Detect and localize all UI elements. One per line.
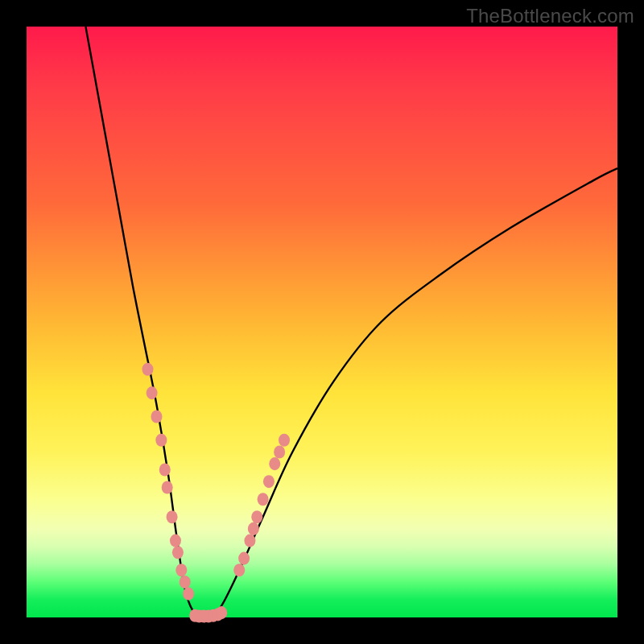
- data-marker: [233, 564, 245, 576]
- bottleneck-curve: [85, 27, 617, 620]
- marker-group-left: [142, 363, 194, 601]
- data-marker: [216, 606, 227, 619]
- data-marker: [244, 535, 255, 547]
- data-marker: [151, 410, 162, 423]
- data-marker: [258, 493, 269, 506]
- data-marker: [279, 434, 290, 447]
- data-marker: [155, 434, 167, 447]
- watermark-text: TheBottleneck.com: [466, 5, 634, 27]
- chart-frame: TheBottleneck.com: [0, 0, 644, 644]
- data-marker: [248, 522, 259, 535]
- data-marker: [274, 445, 285, 458]
- data-marker: [162, 481, 173, 493]
- data-marker: [180, 576, 191, 588]
- data-marker: [238, 552, 250, 565]
- chart-svg: [27, 27, 617, 617]
- data-marker: [269, 457, 280, 470]
- marker-group-bottom: [189, 606, 227, 623]
- data-marker: [167, 510, 178, 523]
- data-marker: [183, 588, 194, 601]
- data-marker: [172, 546, 184, 559]
- plot-area: [27, 27, 617, 617]
- data-marker: [170, 535, 181, 547]
- data-marker: [159, 463, 171, 476]
- marker-group-right: [233, 434, 290, 577]
- data-marker: [251, 510, 262, 523]
- data-marker: [142, 363, 153, 376]
- data-marker: [175, 564, 187, 576]
- data-marker: [263, 475, 275, 488]
- data-marker: [147, 386, 158, 399]
